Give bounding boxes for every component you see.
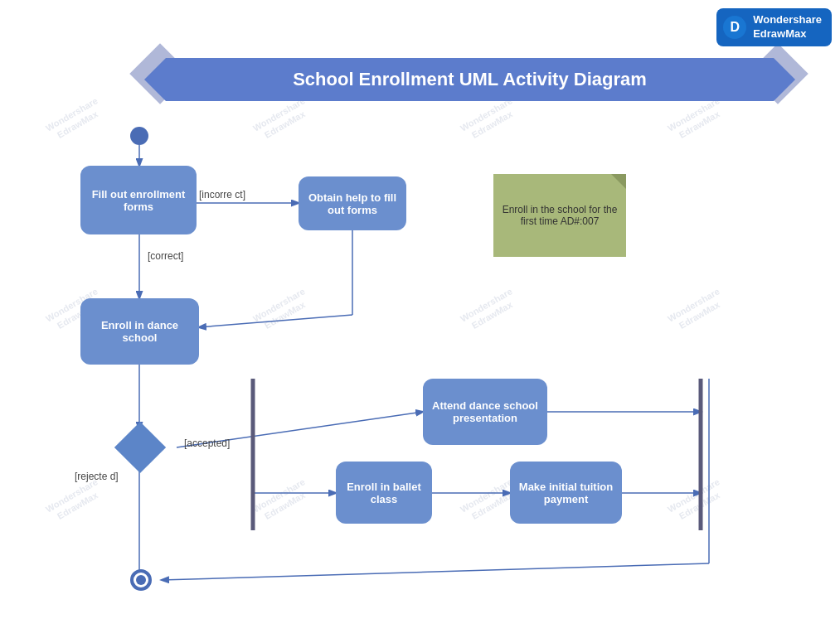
label-incorrect: [incorre ct] [199, 189, 245, 201]
attend-dance-node: Attend dance school presentation [423, 379, 547, 445]
watermark-3: WondershareEdrawMax [459, 94, 521, 144]
watermark-2: WondershareEdrawMax [251, 94, 313, 144]
end-node [130, 569, 152, 591]
end-node-inner [136, 575, 146, 585]
title-banner: School Enrollment UML Activity Diagram [166, 58, 774, 101]
enroll-dance-node: Enroll in dance school [80, 298, 199, 365]
watermark-4: WondershareEdrawMax [666, 94, 728, 144]
start-node [130, 127, 148, 145]
label-rejected: [rejecte d] [75, 471, 119, 482]
label-correct: [correct] [148, 250, 183, 262]
watermark-12: WondershareEdrawMax [666, 476, 728, 525]
watermark-6: WondershareEdrawMax [251, 285, 313, 335]
fill-out-node: Fill out enrollment forms [80, 166, 197, 234]
obtain-help-node: Obtain help to fill out forms [299, 176, 406, 230]
brand-icon: D [723, 16, 746, 39]
diagram-title: School Enrollment UML Activity Diagram [293, 69, 647, 90]
brand-name: WondershareEdrawMax [753, 13, 822, 41]
make-payment-node: Make initial tuition payment [510, 462, 622, 524]
note-node: Enroll in the school for the first time … [493, 174, 626, 257]
svg-line-10 [162, 563, 709, 580]
svg-line-4 [199, 315, 352, 327]
watermark-10: WondershareEdrawMax [251, 476, 313, 525]
watermark-9: WondershareEdrawMax [44, 476, 106, 525]
enroll-ballet-node: Enroll in ballet class [336, 462, 432, 524]
label-accepted: [accepted] [184, 437, 230, 449]
brand-badge: D WondershareEdrawMax [716, 8, 832, 46]
decision-diamond [114, 422, 166, 473]
watermark-1: WondershareEdrawMax [44, 94, 106, 144]
watermark-8: WondershareEdrawMax [666, 285, 728, 335]
watermark-7: WondershareEdrawMax [459, 285, 521, 335]
